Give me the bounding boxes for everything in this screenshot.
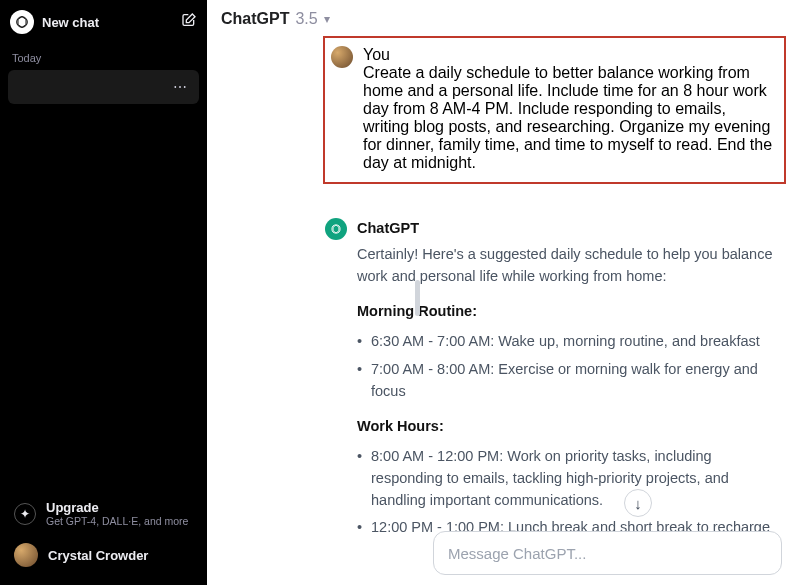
model-name: ChatGPT <box>221 10 289 28</box>
bullet-list: 6:30 AM - 7:00 AM: Wake up, morning rout… <box>357 331 774 402</box>
sparkle-icon: ✦ <box>14 503 36 525</box>
more-icon[interactable]: ⋯ <box>173 79 189 95</box>
message-composer[interactable] <box>433 531 782 575</box>
list-item: 7:00 AM - 8:00 AM: Exercise or morning w… <box>357 359 774 403</box>
new-chat-row[interactable]: New chat <box>0 0 207 42</box>
upgrade-subtitle: Get GPT-4, DALL·E, and more <box>46 515 188 527</box>
conversation: You Create a daily schedule to better ba… <box>207 36 800 585</box>
message-input[interactable] <box>448 545 767 562</box>
assistant-avatar-icon <box>325 218 347 240</box>
list-item: 8:00 AM - 12:00 PM: Work on priority tas… <box>357 446 774 511</box>
scrollbar-thumb[interactable] <box>415 280 420 316</box>
history-today-label: Today <box>0 42 207 70</box>
model-version: 3.5 <box>295 10 317 28</box>
user-message: You Create a daily schedule to better ba… <box>323 36 786 184</box>
upgrade-button[interactable]: ✦ Upgrade Get GPT-4, DALL·E, and more <box>8 492 199 535</box>
sender-label: You <box>363 46 776 64</box>
section-heading: Work Hours: <box>357 416 774 438</box>
compose-icon[interactable] <box>181 12 197 32</box>
openai-logo-icon <box>10 10 34 34</box>
list-item: 6:30 AM - 7:00 AM: Wake up, morning rout… <box>357 331 774 353</box>
arrow-down-icon: ↓ <box>634 495 642 512</box>
account-menu[interactable]: Crystal Crowder <box>8 535 199 575</box>
user-avatar-icon <box>14 543 38 567</box>
chevron-down-icon: ▾ <box>324 12 330 26</box>
new-chat-label: New chat <box>42 15 181 30</box>
sender-label: ChatGPT <box>357 218 774 240</box>
user-message-text: Create a daily schedule to better balanc… <box>363 64 776 172</box>
bullet-list: 8:00 AM - 12:00 PM: Work on priority tas… <box>357 446 774 539</box>
assistant-message: ChatGPT Certainly! Here's a suggested da… <box>207 208 792 561</box>
history-item[interactable]: ⋯ <box>8 70 199 104</box>
upgrade-title: Upgrade <box>46 500 188 515</box>
scroll-to-bottom-button[interactable]: ↓ <box>624 489 652 517</box>
main-panel: ChatGPT 3.5 ▾ You Create a daily schedul… <box>207 0 800 585</box>
model-picker[interactable]: ChatGPT 3.5 ▾ <box>207 0 800 36</box>
user-name: Crystal Crowder <box>48 548 148 563</box>
sidebar: New chat Today ⋯ ✦ Upgrade Get GPT-4, DA… <box>0 0 207 585</box>
